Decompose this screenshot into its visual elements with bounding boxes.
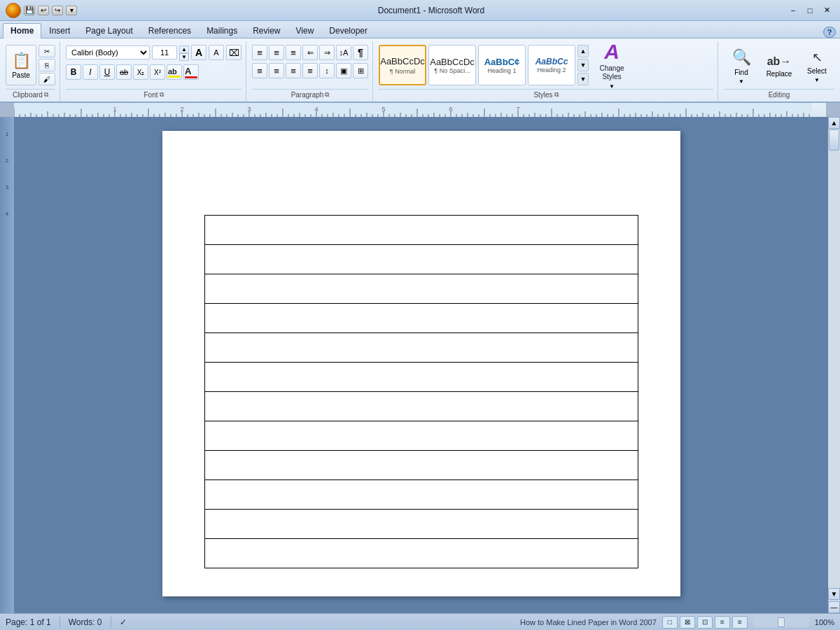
numbering-button[interactable]: ≡ <box>269 45 284 60</box>
ruler-container <box>0 103 840 117</box>
paragraph-dialog-launcher[interactable]: ⧉ <box>325 91 329 99</box>
paste-button[interactable]: 📋 Paste <box>6 45 36 85</box>
bullets-button[interactable]: ≡ <box>252 45 267 60</box>
font-grow-btn[interactable]: ▲ <box>179 46 189 53</box>
style-heading1[interactable]: AaBbC¢ Heading 1 <box>478 45 526 85</box>
multilevel-button[interactable]: ≡ <box>286 45 301 60</box>
tab-developer[interactable]: Developer <box>321 22 375 38</box>
table-cell[interactable] <box>204 363 638 392</box>
cut-button[interactable]: ✂ <box>38 45 55 57</box>
shading-button[interactable]: ▣ <box>336 63 351 78</box>
quick-access-dropdown[interactable]: ▾ <box>66 6 77 15</box>
styles-more-btn[interactable]: ▼ <box>578 73 589 85</box>
font-grow-button[interactable]: A <box>191 45 206 60</box>
italic-button[interactable]: I <box>83 64 98 80</box>
table-cell[interactable] <box>204 451 638 480</box>
decrease-indent-button[interactable]: ⇐ <box>302 45 318 60</box>
tab-review[interactable]: Review <box>245 22 288 38</box>
table-cell[interactable] <box>204 421 638 451</box>
table-cell[interactable] <box>204 274 638 304</box>
print-layout-btn[interactable]: □ <box>662 616 678 629</box>
sort-button[interactable]: ↕A <box>336 45 351 60</box>
scroll-down-button[interactable]: ▼ <box>828 588 840 600</box>
office-orb[interactable] <box>6 3 21 18</box>
quick-redo-btn[interactable]: ↪ <box>52 6 63 15</box>
tab-page-layout[interactable]: Page Layout <box>78 22 140 38</box>
change-styles-button[interactable]: A Change Styles ▼ <box>591 44 633 86</box>
align-right-button[interactable]: ≡ <box>286 63 301 78</box>
table-cell[interactable] <box>204 304 638 333</box>
align-center-button[interactable]: ≡ <box>269 63 284 78</box>
line-spacing-button[interactable]: ↕ <box>319 63 335 78</box>
table-cell[interactable] <box>204 510 638 539</box>
table-cell[interactable] <box>204 480 638 510</box>
table-cell[interactable] <box>204 245 638 274</box>
tab-references[interactable]: References <box>141 22 199 38</box>
full-screen-btn[interactable]: ⊠ <box>680 616 695 629</box>
proofing-icon[interactable]: ✓ <box>120 617 127 627</box>
replace-label: Replace <box>766 70 792 78</box>
document-area[interactable] <box>14 117 828 613</box>
borders-button[interactable]: ⊞ <box>353 63 368 78</box>
table-row <box>204 274 638 304</box>
styles-scroll-down-btn[interactable]: ▼ <box>578 59 589 71</box>
scroll-split-button[interactable]: — <box>828 601 840 613</box>
find-button[interactable]: 🔍 Find ▼ <box>724 48 759 85</box>
style-nospacing[interactable]: AaBbCcDc ¶ No Spaci... <box>428 45 476 85</box>
select-icon: ↖ <box>812 50 822 65</box>
ribbon-help-btn[interactable]: ? <box>823 27 836 38</box>
minimize-button[interactable]: − <box>785 4 801 18</box>
quick-undo-btn[interactable]: ↩ <box>38 6 49 15</box>
document-table[interactable] <box>204 215 638 568</box>
scroll-up-button[interactable]: ▲ <box>828 117 840 129</box>
text-highlight-button[interactable]: ab <box>167 64 182 80</box>
document-page[interactable] <box>162 131 680 596</box>
font-shrink-btn[interactable]: ▼ <box>179 53 189 61</box>
find-dropdown-arrow: ▼ <box>738 78 744 85</box>
show-marks-button[interactable]: ¶ <box>353 45 368 60</box>
table-cell[interactable] <box>204 216 638 245</box>
font-group-label: Font ⧉ <box>66 89 241 100</box>
maximize-button[interactable]: □ <box>802 4 818 18</box>
superscript-button[interactable]: X² <box>150 64 165 80</box>
paragraph-group: ≡ ≡ ≡ ⇐ ⇒ ↕A ¶ ≡ ≡ ≡ ≡ ↕ ▣ ⊞ Paragraph ⧉ <box>248 41 373 102</box>
tab-insert[interactable]: Insert <box>41 22 78 38</box>
tab-mailings[interactable]: Mailings <box>199 22 245 38</box>
font-size-input[interactable] <box>152 46 177 59</box>
increase-indent-button[interactable]: ⇒ <box>319 45 335 60</box>
style-normal[interactable]: AaBbCcDc ¶ Normal <box>379 45 426 85</box>
quick-save-btn[interactable]: 💾 <box>24 6 35 15</box>
font-shrink-button[interactable]: A <box>209 45 224 60</box>
styles-dialog-launcher[interactable]: ⧉ <box>554 91 559 99</box>
clipboard-dialog-launcher[interactable]: ⧉ <box>44 91 48 99</box>
zoom-slider[interactable] <box>753 617 809 627</box>
table-cell[interactable] <box>204 392 638 421</box>
format-painter-button[interactable]: 🖌 <box>38 73 55 85</box>
scroll-thumb[interactable] <box>829 130 839 150</box>
replace-button[interactable]: ab→ Replace <box>762 48 797 85</box>
underline-button[interactable]: U <box>99 64 115 80</box>
outline-btn[interactable]: ≡ <box>715 616 730 629</box>
subscript-button[interactable]: X₂ <box>133 64 148 80</box>
font-dialog-launcher[interactable]: ⧉ <box>160 91 164 99</box>
font-color-button[interactable]: A <box>183 64 199 80</box>
zoom-thumb[interactable] <box>778 617 785 627</box>
copy-button[interactable]: ⎘ <box>38 59 55 71</box>
tab-home[interactable]: Home <box>3 23 41 38</box>
align-left-button[interactable]: ≡ <box>252 63 267 78</box>
clear-formatting-button[interactable]: ⌧ <box>226 45 241 60</box>
strikethrough-button[interactable]: ab <box>116 64 132 80</box>
tab-view[interactable]: View <box>288 22 322 38</box>
title-bar-right: − □ ✕ <box>785 4 834 18</box>
table-cell[interactable] <box>204 539 638 568</box>
web-layout-btn[interactable]: ⊡ <box>697 616 713 629</box>
font-name-selector[interactable]: Calibri (Body) <box>66 46 150 59</box>
justify-button[interactable]: ≡ <box>302 63 318 78</box>
table-cell[interactable] <box>204 333 638 363</box>
select-button[interactable]: ↖ Select ▼ <box>799 48 834 85</box>
bold-button[interactable]: B <box>66 64 81 80</box>
style-heading2[interactable]: AaBbCc Heading 2 <box>528 45 575 85</box>
close-button[interactable]: ✕ <box>819 4 834 18</box>
styles-scroll-up-btn[interactable]: ▲ <box>578 45 589 57</box>
draft-btn[interactable]: ≡ <box>732 616 748 629</box>
